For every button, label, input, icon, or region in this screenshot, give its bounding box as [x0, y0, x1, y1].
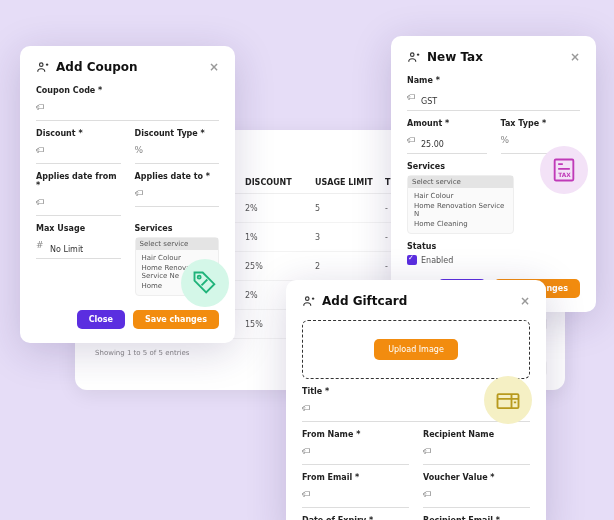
close-icon[interactable]: ×	[520, 294, 530, 308]
add-giftcard-modal: Add Giftcard × Upload Image Title * 🏷 Fr…	[286, 280, 546, 520]
from-email-label: From Email *	[302, 473, 409, 482]
name-input[interactable]	[407, 93, 580, 111]
upload-button[interactable]: Upload Image	[374, 339, 458, 360]
amount-label: Amount *	[407, 119, 487, 128]
to-date-label: Applies date to *	[135, 172, 220, 181]
save-button[interactable]: Save changes	[133, 310, 219, 329]
user-plus-icon	[407, 50, 421, 64]
svg-text:TAX: TAX	[558, 172, 571, 178]
services-select[interactable]: Select service Hair Colour Home Renovati…	[407, 175, 514, 234]
upload-zone[interactable]: Upload Image	[302, 320, 530, 379]
max-usage-label: Max Usage	[36, 224, 121, 233]
user-plus-icon	[36, 60, 50, 74]
svg-point-2	[411, 53, 415, 57]
coupon-code-input[interactable]	[36, 103, 219, 121]
max-usage-input[interactable]	[36, 241, 121, 259]
giftcard-badge-icon	[484, 376, 532, 424]
tax-type-label: Tax Type *	[501, 119, 581, 128]
discount-type-select[interactable]	[135, 146, 220, 164]
voucher-input[interactable]	[423, 490, 530, 508]
coupon-badge-icon	[181, 259, 229, 307]
from-date-label: Applies date from *	[36, 172, 121, 190]
svg-point-0	[40, 63, 44, 66]
tax-badge-icon: TAX	[540, 146, 588, 194]
svg-point-5	[306, 297, 310, 301]
modal-title: Add Coupon	[56, 60, 138, 74]
modal-title: Add Giftcard	[322, 294, 407, 308]
status-label: Status	[407, 242, 580, 251]
close-icon[interactable]: ×	[209, 60, 219, 74]
coupon-code-label: Coupon Code *	[36, 86, 219, 95]
modal-title: New Tax	[427, 50, 483, 64]
svg-rect-6	[498, 394, 519, 408]
from-email-input[interactable]	[302, 490, 409, 508]
close-button[interactable]: Close	[77, 310, 125, 329]
add-coupon-modal: Add Coupon × Coupon Code * 🏷 Discount * …	[20, 46, 235, 343]
to-date-input[interactable]	[135, 189, 220, 207]
recipient-name-label: Recipient Name	[423, 430, 530, 439]
user-plus-icon	[302, 294, 316, 308]
recipient-email-label: Recipient Email *	[423, 516, 530, 520]
discount-input[interactable]	[36, 146, 121, 164]
discount-type-label: Discount Type *	[135, 129, 220, 138]
status-checkbox[interactable]	[407, 255, 417, 265]
amount-input[interactable]	[407, 136, 487, 154]
new-tax-modal: New Tax × Name * 🏷 Amount * 🏷 Tax Type *…	[391, 36, 596, 312]
svg-point-1	[198, 276, 201, 279]
discount-label: Discount *	[36, 129, 121, 138]
voucher-label: Voucher Value *	[423, 473, 530, 482]
recipient-name-input[interactable]	[423, 447, 530, 465]
services-label: Services	[135, 224, 220, 233]
from-name-label: From Name *	[302, 430, 409, 439]
name-label: Name *	[407, 76, 580, 85]
expiry-label: Date of Expiry *	[302, 516, 409, 520]
from-name-input[interactable]	[302, 447, 409, 465]
from-date-input[interactable]	[36, 198, 121, 216]
close-icon[interactable]: ×	[570, 50, 580, 64]
